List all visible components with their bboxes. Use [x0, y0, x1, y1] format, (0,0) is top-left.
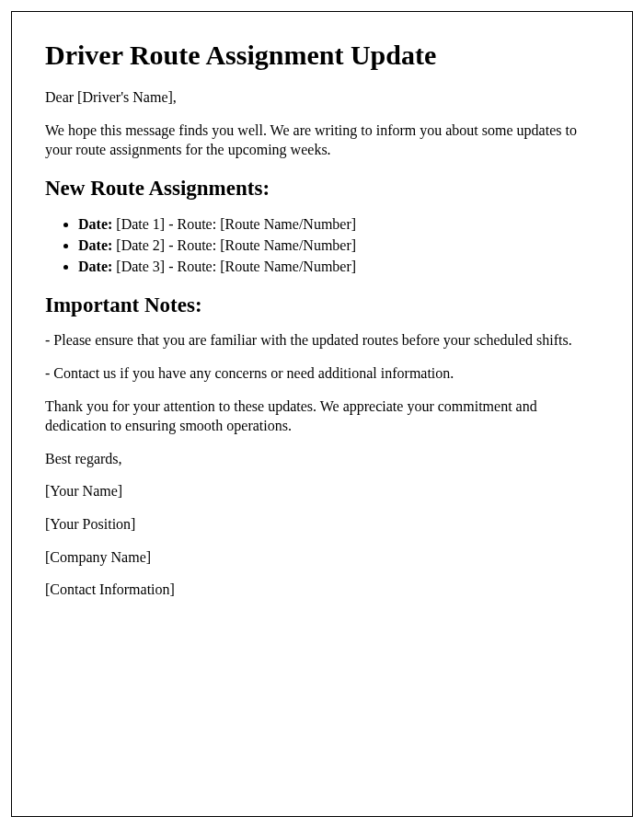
list-item: Date: [Date 1] - Route: [Route Name/Numb… [78, 213, 599, 235]
assignment-text: [Date 3] - Route: [Route Name/Number] [112, 259, 356, 274]
assignment-text: [Date 2] - Route: [Route Name/Number] [112, 237, 356, 253]
notes-heading: Important Notes: [45, 293, 599, 317]
list-item: Date: [Date 3] - Route: [Route Name/Numb… [78, 256, 599, 277]
note-1: - Please ensure that you are familiar wi… [45, 330, 599, 351]
thanks-paragraph: Thank you for your attention to these up… [45, 397, 599, 436]
date-label: Date: [78, 259, 112, 274]
date-label: Date: [78, 216, 112, 232]
date-label: Date: [78, 237, 112, 253]
sender-name: [Your Name] [45, 481, 599, 501]
list-item: Date: [Date 2] - Route: [Route Name/Numb… [78, 235, 599, 256]
assignment-text: [Date 1] - Route: [Route Name/Number] [112, 216, 356, 232]
document-page: Driver Route Assignment Update Dear [Dri… [11, 11, 633, 817]
contact-info: [Contact Information] [45, 580, 599, 600]
assignments-heading: New Route Assignments: [45, 177, 599, 201]
company-name: [Company Name] [45, 547, 599, 568]
signoff: Best regards, [45, 449, 599, 469]
sender-position: [Your Position] [45, 514, 599, 535]
document-title: Driver Route Assignment Update [45, 40, 599, 71]
note-2: - Contact us if you have any concerns or… [45, 363, 599, 384]
greeting: Dear [Driver's Name], [45, 87, 599, 108]
intro-paragraph: We hope this message finds you well. We … [45, 121, 599, 160]
assignments-list: Date: [Date 1] - Route: [Route Name/Numb… [78, 213, 599, 278]
